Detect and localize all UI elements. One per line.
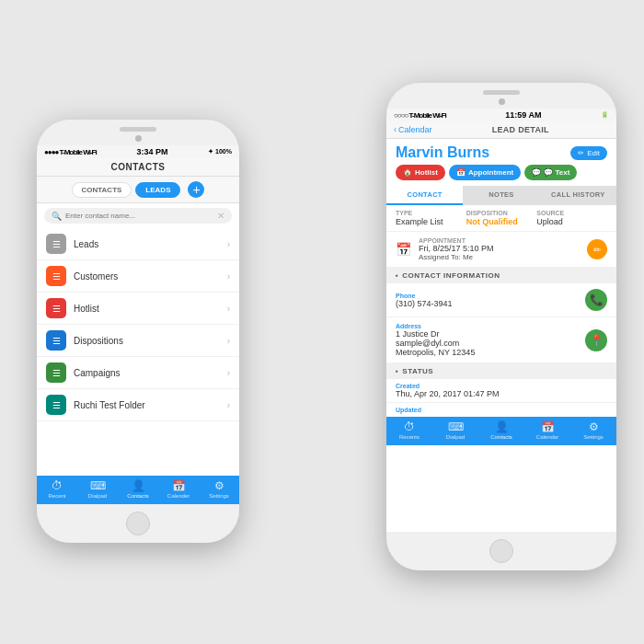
camera-left	[135, 135, 142, 142]
list-item[interactable]: ☰ Dispositions ›	[37, 325, 239, 357]
appointment-btn[interactable]: 📅 Appointment	[449, 165, 521, 180]
tab-recent[interactable]: ⏱ Recent	[37, 479, 77, 499]
dialpad-icon-right: ⌨	[448, 420, 464, 433]
leads-icon: ☰	[46, 234, 66, 254]
appt-label: Appointment	[419, 237, 580, 244]
appointment-btn-label: Appointment	[468, 168, 513, 177]
chevron-icon: ›	[227, 400, 230, 410]
speaker-left	[120, 127, 156, 132]
text-btn-label: 💬 Text	[544, 168, 569, 177]
seg-contacts[interactable]: CONTACTS	[72, 182, 132, 198]
tab-contacts[interactable]: 👤 Contacts	[118, 479, 158, 499]
appointment-btn-icon: 📅	[456, 168, 466, 177]
edit-label: Edit	[587, 149, 600, 157]
phone-row: Phone (310) 574-3941 📞	[386, 283, 616, 317]
edit-icon: ✏	[578, 149, 584, 157]
list-item[interactable]: ☰ Leads ›	[37, 228, 239, 260]
customers-icon: ☰	[46, 266, 66, 286]
battery-right: 🔋	[601, 111, 609, 119]
tab-settings[interactable]: ⚙ Settings	[199, 479, 239, 499]
text-btn[interactable]: 💬 💬 Text	[524, 165, 577, 180]
chevron-icon: ›	[227, 304, 230, 314]
list-item[interactable]: ☰ Ruchi Test Folder ›	[37, 389, 239, 421]
home-btn-left[interactable]	[126, 512, 150, 535]
appt-edit-btn[interactable]: ✏	[587, 239, 607, 259]
created-label: Created	[396, 383, 607, 389]
address-row: Address 1 Justice Dr sample@dyl.com Metr…	[386, 317, 616, 363]
time-left: 3:34 PM	[136, 147, 167, 156]
campaigns-icon: ☰	[46, 362, 66, 383]
tab-settings-right[interactable]: ⚙ Settings	[570, 420, 616, 440]
tab-contact[interactable]: CONTACT	[386, 186, 463, 205]
speaker-right	[483, 90, 520, 95]
back-label: Calendar	[398, 125, 432, 134]
clear-icon[interactable]: ✕	[217, 211, 224, 221]
settings-icon: ⚙	[214, 479, 224, 492]
hotlist-icon: ☰	[46, 298, 66, 318]
scene: ●●●● T-Mobile Wi-Fi 3:34 PM ✦ 100% CONTA…	[9, 9, 635, 635]
calendar-icon: 📅	[172, 479, 186, 492]
tab-contacts-right[interactable]: 👤 Contacts	[478, 420, 524, 440]
list-item[interactable]: ☰ Campaigns ›	[37, 357, 239, 389]
chevron-icon: ›	[227, 271, 230, 282]
hotlist-btn[interactable]: 🏠 Hotlist	[396, 165, 445, 180]
tab-dialpad[interactable]: ⌨ Dialpad	[77, 479, 118, 499]
detail-type: Type Example List	[396, 210, 466, 226]
nav-title: LEAD DETAIL	[432, 125, 609, 134]
screen-right: ‹ Calendar LEAD DETAIL Marvin Burns ✏ Ed…	[386, 121, 616, 532]
chevron-back-icon: ‹	[394, 125, 397, 134]
disposition-value: Not Qualified	[466, 217, 537, 226]
address-info: Address 1 Justice Dr sample@dyl.com Metr…	[396, 323, 585, 357]
detail-row-type: Type Example List Disposition Not Qualif…	[386, 205, 616, 232]
search-input[interactable]	[65, 212, 213, 220]
phone-top-right	[386, 83, 616, 109]
hotlist-btn-label: Hotlist	[415, 168, 438, 177]
tab-recents-right[interactable]: ⏱ Recents	[386, 420, 432, 440]
seg-control: CONTACTS LEADS +	[37, 177, 239, 203]
created-row: Created Thu, Apr 20, 2017 01:47 PM	[386, 379, 616, 403]
source-label: Source	[536, 210, 607, 216]
seg-leads[interactable]: LEADS	[135, 182, 180, 198]
phone-info: Phone (310) 574-3941	[396, 293, 585, 308]
type-value: Example List	[396, 217, 466, 226]
chevron-icon: ›	[227, 336, 230, 346]
nav-bar-left: CONTACTS	[37, 158, 239, 177]
tab-notes[interactable]: NOTES	[463, 186, 539, 205]
home-btn-right[interactable]	[489, 539, 513, 563]
ruchi-label: Ruchi Test Folder	[74, 400, 220, 410]
detail-disposition: Disposition Not Qualified	[466, 210, 537, 226]
call-btn[interactable]: 📞	[585, 289, 607, 311]
contact-section-header: ▪ CONTACT INFORMATION	[386, 268, 616, 283]
address-line1: 1 Justice Dr	[396, 329, 585, 339]
edit-btn[interactable]: ✏ Edit	[570, 146, 607, 160]
list-item[interactable]: ☰ Hotlist ›	[37, 293, 239, 325]
contact-section-icon: ▪	[396, 271, 398, 280]
map-btn[interactable]: 📍	[585, 329, 607, 351]
search-bar: 🔍 ✕	[44, 208, 232, 224]
phone-bottom-left	[37, 504, 239, 543]
appointment-row: 📅 Appointment Fri, 8/25/17 5:10 PM Assig…	[386, 232, 616, 268]
add-btn[interactable]: +	[188, 181, 204, 198]
list-item[interactable]: ☰ Customers ›	[37, 260, 239, 293]
list-items: ☰ Leads › ☰ Customers › ☰ Hotlist › ☰ Di…	[37, 228, 239, 476]
phone-right: ○○○○ T-Mobile Wi-Fi 11:59 AM 🔋 ‹ Calenda…	[386, 83, 616, 570]
address-line2: sample@dyl.com	[396, 339, 585, 348]
updated-row: Updated	[386, 403, 616, 417]
tab-calendar-right[interactable]: 📅 Calendar	[524, 420, 570, 440]
calendar-icon-right: 📅	[541, 420, 555, 433]
tab-dialpad-right[interactable]: ⌨ Dialpad	[432, 420, 478, 440]
contacts-icon: 👤	[132, 479, 145, 492]
signal-left: ●●●● T-Mobile Wi-Fi	[44, 148, 97, 156]
customers-label: Customers	[74, 271, 220, 282]
leads-label: Leads	[74, 239, 220, 249]
recents-icon: ⏱	[404, 420, 415, 433]
tab-call-history[interactable]: CALL HISTORY	[540, 186, 616, 205]
tab-bar-left: ⏱ Recent ⌨ Dialpad 👤 Contacts 📅 Calender…	[37, 476, 239, 504]
back-btn[interactable]: ‹ Calendar	[394, 125, 432, 134]
time-right: 11:59 AM	[505, 110, 541, 120]
source-value: Upload	[536, 217, 607, 226]
lead-header: Marvin Burns ✏ Edit	[386, 139, 616, 165]
signal-right: ○○○○ T-Mobile Wi-Fi	[394, 111, 446, 120]
tab-calendar[interactable]: 📅 Calender	[158, 479, 199, 499]
status-section-label: STATUS	[402, 367, 433, 375]
